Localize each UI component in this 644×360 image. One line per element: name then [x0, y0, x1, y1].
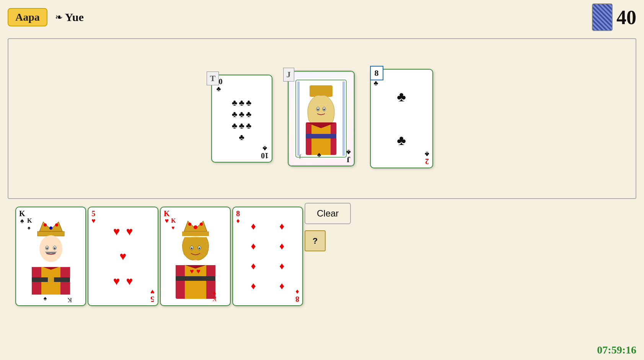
- suit-heart-5-br: ♥: [150, 288, 155, 295]
- jack-face-art: ♣ J ♣: [289, 72, 354, 166]
- jack-svg: ♣ J ♣: [294, 78, 348, 159]
- svg-text:K: K: [171, 217, 176, 224]
- suit-spade: ♠: [20, 217, 24, 224]
- svg-text:♥: ♥: [196, 267, 201, 275]
- suit-2c-br: ♣: [425, 151, 429, 158]
- clear-button[interactable]: Clear: [305, 203, 351, 224]
- 5h-rank-br: 5 ♥: [150, 288, 155, 303]
- rank-k-h: K: [164, 210, 170, 217]
- 2c-rank-br: 2 ♣: [425, 151, 429, 165]
- suit-2c: ♣: [374, 80, 378, 86]
- hand-card-8-diamonds[interactable]: 8 ♦ ♦ ♦ ♦ ♦ ♦ ♦ ♦ ♦ 8 ♦: [232, 207, 303, 306]
- question-button[interactable]: ?: [305, 230, 326, 251]
- rank-k-s: K: [19, 210, 25, 217]
- card-2-clubs[interactable]: 2 ♣ ♣ ♣ 2 ♣: [370, 69, 433, 168]
- king-hearts-art: ♥ ♥ K ♥ K ♥: [161, 207, 230, 305]
- svg-point-20: [55, 223, 58, 226]
- svg-text:K: K: [67, 297, 72, 302]
- card-slot-2: J J ♣: [288, 71, 355, 166]
- header-right: 40: [592, 3, 636, 31]
- card-10-clubs[interactable]: 10 ♣ ♣ ♣ ♣ ♣ ♣ ♣ ♣ ♣ ♣ ♣ 10 ♣: [211, 75, 272, 163]
- pip-bottom: ♣: [397, 132, 406, 148]
- card-label-8-blue: 8: [370, 66, 383, 80]
- pips-row3: ♥ ♥: [113, 275, 133, 288]
- pip: ♣: [246, 109, 251, 119]
- pip-top: ♣: [397, 89, 406, 105]
- bottom-area: K ♠: [8, 203, 636, 310]
- svg-text:K: K: [212, 296, 217, 302]
- card-rank-br: 10 ♣: [261, 145, 269, 160]
- king-hearts-svg: ♥ ♥ K ♥ K ♥: [165, 210, 226, 302]
- 5hearts-pips: ♥ ♥ ♥ ♥ ♥: [88, 207, 158, 305]
- svg-point-8: [317, 109, 319, 111]
- 8d-rank-tl: 8 ♦: [236, 210, 240, 224]
- game-area: T 10 ♣ ♣ ♣ ♣ ♣ ♣ ♣ ♣ ♣ ♣ ♣ 10 ♣: [8, 38, 636, 199]
- pip: ♣: [232, 121, 237, 131]
- svg-point-24: [46, 248, 48, 249]
- deck-back[interactable]: [592, 3, 613, 31]
- svg-point-18: [44, 223, 47, 226]
- pip: ♣: [232, 98, 237, 108]
- pip: ♦: [241, 241, 266, 252]
- king-spades-art: K ♠ ♠ K: [16, 207, 85, 305]
- pip: ♥: [113, 225, 120, 238]
- card-label-j: J: [283, 68, 294, 81]
- svg-point-40: [200, 223, 203, 226]
- svg-point-38: [188, 223, 191, 226]
- rank-5: 5: [91, 210, 95, 217]
- rank-8-br: 8: [295, 295, 299, 303]
- svg-point-19: [49, 226, 52, 230]
- pip: ♦: [241, 261, 266, 272]
- svg-text:♣: ♣: [317, 151, 321, 158]
- svg-point-44: [191, 248, 192, 249]
- svg-rect-28: [32, 263, 70, 267]
- player1-badge[interactable]: Aapa: [8, 8, 47, 26]
- kh-rank-tl: K ♥: [164, 210, 170, 224]
- pip: ♦: [269, 241, 295, 252]
- hand-area: K ♠: [15, 207, 305, 306]
- svg-rect-4: [310, 85, 333, 97]
- pip: ♦: [241, 221, 266, 232]
- rank-10-br: 10: [261, 152, 269, 160]
- svg-rect-49: [176, 276, 215, 281]
- svg-rect-31: [48, 277, 54, 282]
- svg-rect-12: [306, 134, 336, 138]
- svg-rect-48: [176, 262, 215, 265]
- player2-info: ❧ Yue: [55, 11, 84, 24]
- suit-j-br: ♣: [346, 149, 351, 156]
- hand-card-king-spades[interactable]: K ♠: [15, 207, 86, 306]
- rank-j-br: J: [347, 156, 351, 163]
- svg-text:♠: ♠: [28, 225, 31, 231]
- svg-text:♠: ♠: [43, 295, 47, 301]
- pip: ♣: [239, 109, 244, 119]
- pip: ♦: [269, 261, 295, 272]
- pip: ♥: [120, 250, 127, 263]
- king-spades-svg: K ♠ ♠ K: [20, 210, 82, 302]
- pip: ♣: [239, 121, 244, 131]
- svg-text:K: K: [27, 217, 32, 224]
- card-jack-clubs[interactable]: J ♣: [288, 71, 355, 166]
- svg-text:♥: ♥: [190, 267, 194, 275]
- player2-name: Yue: [65, 11, 84, 24]
- jack-rank-br: J ♣: [346, 149, 351, 163]
- hand-card-king-hearts[interactable]: K ♥: [160, 207, 231, 306]
- suit-diamond-8: ♦: [236, 217, 240, 224]
- pip: ♦: [269, 221, 295, 232]
- pip: ♥: [126, 225, 133, 238]
- rank-2-br: 2: [425, 158, 429, 165]
- pip: ♣: [246, 121, 251, 131]
- svg-point-25: [54, 248, 55, 249]
- suit-clubs-tl: ♣: [217, 85, 221, 92]
- svg-rect-3: [342, 81, 345, 156]
- rank-8: 8: [236, 210, 240, 217]
- card-slot-3: 8 2 ♣ ♣ ♣ 2 ♣: [370, 69, 433, 168]
- action-area: Clear ?: [305, 203, 351, 251]
- ks-rank-tl: K ♠: [19, 210, 25, 224]
- svg-rect-2: [297, 81, 300, 156]
- pip: ♣: [239, 98, 244, 108]
- svg-point-21: [39, 235, 62, 262]
- pip: ♦: [269, 280, 295, 292]
- hand-card-5-hearts[interactable]: 5 ♥ ♥ ♥ ♥ ♥ ♥ 5 ♥: [88, 207, 158, 306]
- 8diamonds-pips: ♦ ♦ ♦ ♦ ♦ ♦ ♦ ♦: [233, 207, 302, 305]
- pip: ♥: [126, 275, 133, 288]
